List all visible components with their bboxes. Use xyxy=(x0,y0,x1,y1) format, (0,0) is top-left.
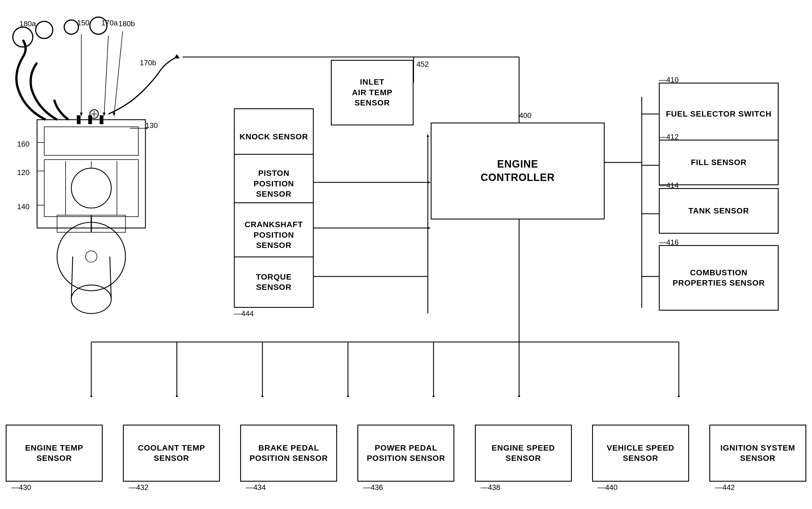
power-pedal-label: POWER PEDAL POSITION SENSOR xyxy=(361,443,451,464)
engine-speed-sensor-group: ENGINE SPEED SENSOR —438 xyxy=(475,425,572,492)
ref-434: —434 xyxy=(246,483,265,492)
diagram-container: 150 170a 180b 180a 170b 160 120 140 130 … xyxy=(0,0,812,509)
vehicle-speed-sensor-box: VEHICLE SPEED SENSOR xyxy=(592,425,689,482)
ref-436: —436 xyxy=(363,483,383,492)
torque-sensor-box: TORQUE SENSOR xyxy=(234,257,314,308)
svg-marker-30 xyxy=(113,112,116,116)
ref-444: —444 xyxy=(234,309,254,318)
svg-point-3 xyxy=(71,168,111,208)
svg-point-14 xyxy=(13,27,33,47)
svg-marker-26 xyxy=(80,112,83,116)
svg-point-15 xyxy=(36,21,53,38)
svg-marker-68 xyxy=(347,394,349,397)
svg-marker-65 xyxy=(90,394,92,397)
bottom-sensor-row: ENGINE TEMP SENSOR —430 COOLANT TEMP SEN… xyxy=(6,425,806,492)
ref-120: 120 xyxy=(17,168,29,177)
svg-marker-66 xyxy=(176,394,178,397)
ref-442: —442 xyxy=(715,483,735,492)
fuel-selector-label: FUEL SELECTOR SWITCH xyxy=(666,109,772,119)
ref-150: 150 xyxy=(77,19,89,27)
combustion-properties-label: COMBUSTION PROPERTIES SENSOR xyxy=(662,268,775,289)
crankshaft-position-label: CRANKSHAFT POSITION SENSOR xyxy=(237,219,310,250)
ref-170b: 170b xyxy=(140,59,156,67)
svg-point-16 xyxy=(64,20,78,34)
power-pedal-sensor-group: POWER PEDAL POSITION SENSOR —436 xyxy=(357,425,454,492)
inlet-air-temp-sensor-box: INLET AIR TEMP SENSOR xyxy=(331,60,414,125)
svg-line-12 xyxy=(71,257,73,299)
svg-point-21 xyxy=(90,110,98,118)
ref-180b: 180b xyxy=(118,20,135,28)
ref-430: —430 xyxy=(11,483,31,492)
ref-452: 452 xyxy=(416,60,429,69)
engine-temp-label: ENGINE TEMP SENSOR xyxy=(9,443,99,464)
combustion-properties-sensor-box: COMBUSTION PROPERTIES SENSOR xyxy=(659,245,779,311)
ref-440: —440 xyxy=(598,483,617,492)
svg-rect-18 xyxy=(77,115,80,124)
fill-sensor-box: FILL SENSOR xyxy=(659,140,779,185)
svg-point-9 xyxy=(86,251,97,262)
tank-sensor-box: TANK SENSOR xyxy=(659,188,779,234)
brake-pedal-sensor-group: BRAKE PEDAL POSITION SENSOR —434 xyxy=(240,425,337,492)
engine-temp-sensor-box: ENGINE TEMP SENSOR xyxy=(6,425,103,482)
svg-rect-1 xyxy=(44,127,138,155)
svg-marker-70 xyxy=(518,394,520,397)
svg-marker-69 xyxy=(432,394,435,397)
svg-marker-67 xyxy=(261,394,263,397)
ignition-system-sensor-group: IGNITION SYSTEM SENSOR —442 xyxy=(709,425,806,492)
torque-sensor-label: TORQUE SENSOR xyxy=(237,272,310,293)
svg-line-29 xyxy=(114,31,123,115)
ref-180a: 180a xyxy=(20,20,36,28)
inlet-air-temp-label: INLET AIR TEMP SENSOR xyxy=(352,77,392,108)
piston-position-label: PISTON POSITION SENSOR xyxy=(237,168,310,199)
power-pedal-sensor-box: POWER PEDAL POSITION SENSOR xyxy=(357,425,454,482)
brake-pedal-sensor-box: BRAKE PEDAL POSITION SENSOR xyxy=(240,425,337,482)
tank-sensor-label: TANK SENSOR xyxy=(688,206,749,216)
engine-speed-sensor-box: ENGINE SPEED SENSOR xyxy=(475,425,572,482)
vehicle-speed-label: VEHICLE SPEED SENSOR xyxy=(596,443,685,464)
engine-temp-sensor-group: ENGINE TEMP SENSOR —430 xyxy=(6,425,103,492)
ignition-system-label: IGNITION SYSTEM SENSOR xyxy=(713,443,803,464)
svg-marker-71 xyxy=(678,394,680,397)
engine-controller-label: ENGINE CONTROLLER xyxy=(481,158,555,184)
coolant-temp-sensor-box: COOLANT TEMP SENSOR xyxy=(123,425,220,482)
ref-414: —414 xyxy=(659,181,679,190)
ref-170a: 170a xyxy=(101,19,118,27)
ref-160: 160 xyxy=(17,140,29,148)
svg-rect-0 xyxy=(37,120,145,228)
ref-412: —412 xyxy=(659,133,679,141)
ref-410: —410 xyxy=(659,75,679,84)
svg-line-27 xyxy=(104,36,108,115)
svg-rect-7 xyxy=(57,215,126,232)
ignition-system-sensor-box: IGNITION SYSTEM SENSOR xyxy=(709,425,806,482)
svg-rect-2 xyxy=(44,160,138,216)
svg-marker-41 xyxy=(428,181,431,183)
svg-marker-28 xyxy=(103,112,105,116)
ref-130: 130 xyxy=(145,121,158,130)
engine-controller-box: ENGINE CONTROLLER xyxy=(431,123,605,219)
svg-rect-20 xyxy=(100,115,103,124)
svg-line-13 xyxy=(110,257,111,299)
knock-sensor-label: KNOCK SENSOR xyxy=(239,132,308,142)
svg-marker-24 xyxy=(174,54,180,59)
svg-point-11 xyxy=(71,285,111,313)
ref-432: —432 xyxy=(129,483,148,492)
svg-rect-19 xyxy=(89,115,92,124)
coolant-temp-label: COOLANT TEMP SENSOR xyxy=(127,443,216,464)
svg-marker-43 xyxy=(428,227,431,229)
ref-438: —438 xyxy=(481,483,500,492)
svg-marker-46 xyxy=(427,134,429,137)
ref-416: —416 xyxy=(659,238,679,247)
vehicle-speed-sensor-group: VEHICLE SPEED SENSOR —440 xyxy=(592,425,689,492)
coolant-temp-sensor-group: COOLANT TEMP SENSOR —432 xyxy=(123,425,220,492)
ref-400: 400 xyxy=(519,111,531,120)
engine-speed-label: ENGINE SPEED SENSOR xyxy=(479,443,568,464)
brake-pedal-label: BRAKE PEDAL POSITION SENSOR xyxy=(244,443,333,464)
svg-point-8 xyxy=(57,222,126,291)
fill-sensor-label: FILL SENSOR xyxy=(691,157,747,168)
ref-140: 140 xyxy=(17,202,29,211)
